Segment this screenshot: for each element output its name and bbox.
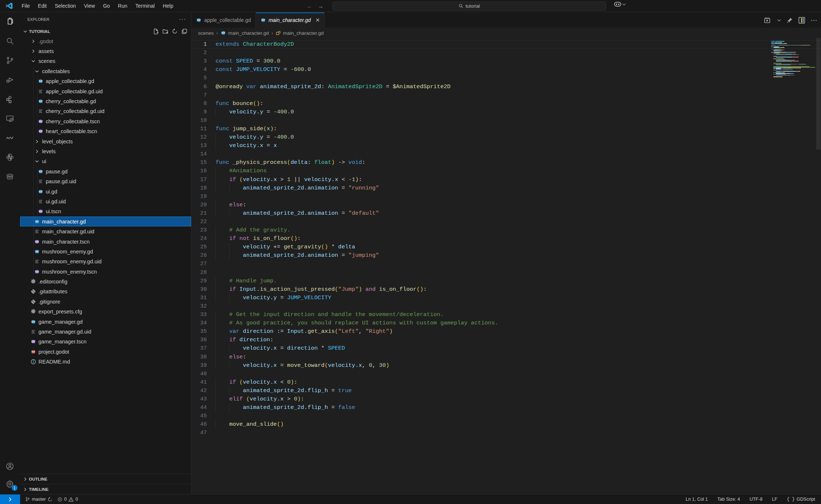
remote-indicator[interactable] (0, 494, 20, 504)
breadcrumb-item[interactable]: scenes (198, 30, 214, 36)
file-cherry_collectable.gd.uid[interactable]: cherry_collectable.gd.uid (20, 106, 191, 116)
new-folder-button[interactable] (162, 28, 168, 34)
file-game_manager.gd.uid[interactable]: game_manager.gd.uid (20, 327, 191, 336)
section-outline[interactable]: OUTLINE (20, 474, 191, 484)
accounts-icon[interactable] (5, 462, 15, 471)
command-center-search[interactable]: tutorial (332, 1, 606, 11)
collapse-folders-button[interactable] (181, 28, 187, 34)
search-icon[interactable] (5, 37, 15, 46)
file-mushroom_enemy.gd[interactable]: mushroom_enemy.gd (20, 247, 191, 256)
file-pause.gd.uid[interactable]: pause.gd.uid (20, 176, 191, 186)
file-ui.gd[interactable]: ui.gd (20, 187, 191, 196)
menu-edit[interactable]: Edit (34, 1, 51, 10)
python-extension-icon[interactable] (5, 153, 15, 162)
pin-editor-button[interactable] (787, 17, 793, 23)
menu-file[interactable]: File (18, 1, 34, 10)
folder-levels[interactable]: levels (20, 146, 191, 156)
file-apple_collectable.gd[interactable]: apple_collectable.gd (20, 76, 191, 86)
file-game_manager.gd[interactable]: game_manager.gd (20, 317, 191, 327)
code-line-17: 17if (velocity.x > 1 || velocity.x < -1)… (191, 176, 821, 184)
file-pause.gd[interactable]: pause.gd (20, 166, 191, 176)
eol-status[interactable]: LF (772, 497, 777, 502)
file-main_character.tscn[interactable]: main_character.tscn (20, 237, 191, 247)
file-main_character.gd[interactable]: main_character.gd (20, 217, 191, 226)
godot-tools-icon[interactable] (5, 172, 15, 182)
explorer-sidebar: EXPLORER ··· TUTORIAL .godotassetsscenes… (20, 12, 191, 494)
file-game_manager.tscn[interactable]: game_manager.tscn (20, 337, 191, 347)
code-line-28: 28 (191, 268, 821, 277)
forward-arrow-icon[interactable]: → (318, 3, 324, 10)
folder-level_objects[interactable]: level_objects (20, 136, 191, 146)
encoding-status[interactable]: UTF-8 (750, 497, 762, 502)
code-editor[interactable]: 1extends CharacterBody2D23const SPEED = … (191, 38, 821, 494)
file-readme.md[interactable]: README.md (20, 357, 191, 367)
file-.gitattributes[interactable]: .gitattributes (20, 287, 191, 297)
minimap[interactable] (771, 41, 815, 78)
explorer-icon[interactable] (5, 17, 15, 27)
refresh-explorer-button[interactable] (172, 28, 178, 34)
run-debug-icon[interactable] (5, 75, 15, 85)
file-ui.gd.uid[interactable]: ui.gd.uid (20, 196, 191, 206)
code-line-10: 10 (191, 116, 821, 125)
file-export_presets.cfg[interactable]: export_presets.cfg (20, 307, 191, 317)
warning-icon (68, 497, 74, 502)
menu-terminal[interactable]: Terminal (131, 1, 159, 10)
tree-item-label: levels (42, 148, 56, 154)
menu-run[interactable]: Run (114, 1, 131, 10)
settings-icon[interactable]: 1 (5, 479, 15, 489)
split-editor-button[interactable] (798, 17, 805, 24)
code-text: #Animations (216, 167, 267, 175)
code-text: velocity.x = direction * SPEED (216, 344, 345, 353)
menu-help[interactable]: Help (159, 1, 178, 10)
file-.editorconfig[interactable]: .editorconfig (20, 277, 191, 286)
copilot-menu[interactable] (614, 1, 626, 7)
file-cherry_collectable.tscn[interactable]: cherry_collectable.tscn (20, 116, 191, 126)
run-scene-button[interactable] (764, 17, 772, 24)
file-mushroom_enemy.tscn[interactable]: mushroom_enemy.tscn (20, 267, 191, 277)
remote-explorer-icon[interactable] (5, 114, 15, 124)
tab-apple_collectable.gd[interactable]: apple_collectable.gd (191, 12, 256, 28)
cursor-position[interactable]: Ln 1, Col 1 (686, 497, 708, 502)
git-branch-status[interactable]: master (25, 497, 52, 502)
source-control-icon[interactable] (5, 56, 15, 65)
file-project.godot[interactable]: project.godot (20, 347, 191, 357)
back-arrow-icon[interactable]: ← (307, 3, 313, 10)
wave-extension-icon[interactable] (5, 133, 15, 143)
section-timeline[interactable]: TIMELINE (20, 484, 191, 494)
new-file-button[interactable] (153, 28, 159, 34)
indentation-status[interactable]: Tab Size: 4 (717, 497, 740, 502)
file-.gitignore[interactable]: .gitignore (20, 297, 191, 306)
file-mushroom_enemy.gd.uid[interactable]: mushroom_enemy.gd.uid (20, 257, 191, 267)
language-mode[interactable]: { } GDScript (787, 497, 815, 502)
extensions-icon[interactable] (5, 95, 15, 104)
problems-status[interactable]: 0 0 (57, 497, 78, 502)
file-main_character.gd.uid[interactable]: main_character.gd.uid (20, 226, 191, 236)
folder-assets[interactable]: assets (20, 46, 191, 56)
line-number: 27 (191, 261, 216, 267)
editor-scrollbar[interactable] (816, 38, 821, 494)
file-ui.tscn[interactable]: ui.tscn (20, 207, 191, 217)
file-apple_collectable.gd.uid[interactable]: apple_collectable.gd.uid (20, 86, 191, 96)
explorer-section-header[interactable]: TUTORIAL (20, 26, 191, 36)
file-heart_collectable.tscn[interactable]: heart_collectable.tscn (20, 127, 191, 136)
folder-.godot[interactable]: .godot (20, 36, 191, 46)
run-dropdown-chevron[interactable] (777, 19, 781, 22)
folder-scenes[interactable]: scenes (20, 56, 191, 66)
section-label: TIMELINE (29, 487, 49, 492)
code-text: # Get the input direction and handle the… (216, 311, 444, 319)
close-icon[interactable]: ✕ (316, 17, 320, 23)
code-line-19: 19 (191, 192, 821, 201)
godot-file-icon (34, 219, 40, 225)
folder-ui[interactable]: ui (20, 157, 191, 166)
menu-go[interactable]: Go (99, 1, 114, 10)
folder-collectables[interactable]: collectables (20, 66, 191, 76)
explorer-more-actions-button[interactable]: ··· (179, 16, 186, 23)
line-number: 14 (191, 151, 216, 157)
menu-view[interactable]: View (80, 1, 99, 10)
breadcrumb-item[interactable]: main_character.gd (220, 30, 269, 36)
file-cherry_collectable.gd[interactable]: cherry_collectable.gd (20, 96, 191, 106)
more-actions-button[interactable]: ⋯ (811, 16, 817, 24)
menu-selection[interactable]: Selection (51, 1, 80, 10)
tab-main_character.gd[interactable]: main_character.gd✕ (256, 12, 325, 28)
breadcrumb-item[interactable]: main_character.gd (276, 30, 324, 36)
